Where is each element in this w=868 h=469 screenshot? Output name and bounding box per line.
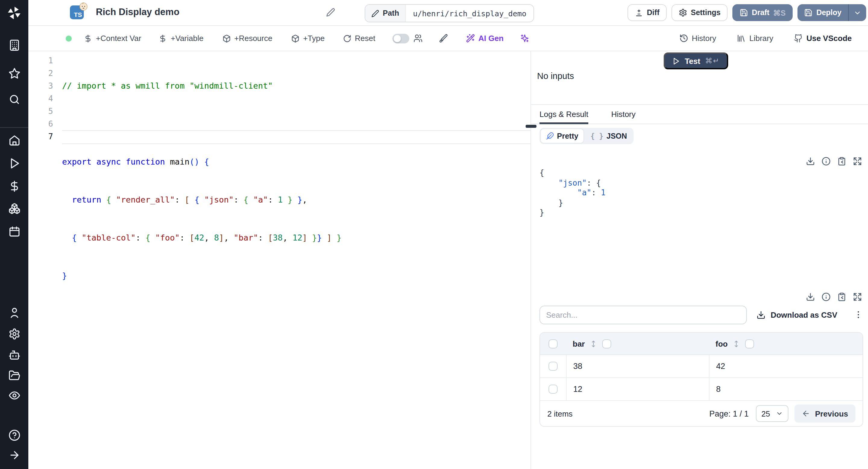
folders-icon[interactable] [8,370,20,382]
tab-logs-result[interactable]: Logs & Result [539,105,588,124]
code-line: } [62,270,530,282]
add-variable-button[interactable]: +Variable [159,34,204,43]
left-sidebar [0,0,28,469]
multiplayer-users-icon[interactable] [413,34,422,43]
dollar-icon [84,34,92,42]
edit-title-pencil-icon[interactable] [326,8,335,17]
audit-eye-icon[interactable] [8,389,20,402]
settings-gear-icon[interactable] [8,328,20,340]
baby-emoji [79,2,88,11]
search-icon[interactable] [8,93,20,105]
status-dot [66,35,72,41]
page-size-select[interactable]: 25 [756,405,788,422]
run-result-panel: Test ⌘↵ No inputs Logs & Result History … [530,51,868,469]
previous-label: Previous [815,409,848,418]
deploy-dropdown-button[interactable] [848,4,866,21]
table-toolbar: Download as CSV [539,305,863,324]
diff-button[interactable]: Diff [627,4,667,21]
expand-icon[interactable] [853,292,862,302]
select-all-checkbox[interactable] [549,339,558,348]
help-icon[interactable] [8,429,20,441]
path-button[interactable]: Path u/henri/rich_display_demo [365,4,534,22]
add-type-button[interactable]: +Type [291,34,325,43]
copy-clipboard-icon[interactable] [837,157,846,166]
settings-button[interactable]: Settings [672,4,728,21]
sidebar-divider [0,127,28,128]
download-icon[interactable] [806,157,815,166]
download-csv-label: Download as CSV [771,310,837,319]
current-line-highlight [62,130,530,144]
code-line-cursor [62,307,530,320]
page-indicator: Page: 1 / 1 [710,409,749,418]
panel-resize-handle[interactable] [526,125,536,128]
pretty-view-button[interactable]: Pretty [541,129,584,143]
context-var-label: +Context Var [96,34,141,43]
library-icon [737,34,746,43]
deploy-button[interactable]: Deploy [798,4,848,21]
expand-icon[interactable] [853,157,862,166]
runs-play-icon[interactable] [8,157,20,169]
library-label: Library [749,34,773,43]
previous-page-button[interactable]: Previous [795,405,855,423]
schedules-calendar-icon[interactable] [8,225,20,238]
row-checkbox[interactable] [549,385,558,394]
resource-label: +Resource [234,34,272,43]
code-line: return { "render_all": [ { "json": { "a"… [62,193,530,206]
building-icon[interactable] [8,39,20,51]
path-value: u/henri/rich_display_demo [406,5,533,22]
cell-foo: 8 [716,385,721,394]
info-icon[interactable] [822,292,831,302]
gear-icon [679,8,687,17]
add-resource-button[interactable]: +Resource [222,34,272,43]
sort-icon[interactable] [733,340,740,347]
sort-icon[interactable] [590,340,597,347]
deploy-button-group: Deploy [798,4,866,21]
variables-dollar-icon[interactable] [8,180,20,192]
users-icon[interactable] [8,307,20,319]
column-toggle-checkbox[interactable] [602,339,611,348]
draft-label: Draft [752,8,770,17]
result-json: { "json": { "a": 1 }} [539,168,606,218]
collapse-arrow-icon[interactable] [8,449,20,461]
download-csv-button[interactable]: Download as CSV [757,310,837,319]
top-header: TS Rich Display demo Path u/henri/rich_d… [28,0,868,26]
code-editor[interactable]: 1 2 3 4 5 6 7 // import * as wmill from … [28,51,530,469]
test-button[interactable]: Test ⌘↵ [664,53,728,69]
column-toggle-checkbox[interactable] [745,339,754,348]
kebab-menu-icon[interactable] [854,310,863,319]
test-label: Test [685,56,701,65]
info-icon[interactable] [822,157,831,166]
editor-toolbar: +Context Var +Variable +Resource +Type [28,26,868,51]
use-vscode-button[interactable]: Use VScode [794,34,852,43]
deploy-label: Deploy [816,8,841,17]
history-button[interactable]: History [679,34,716,43]
resources-boxes-icon[interactable] [8,202,20,215]
code-lines[interactable]: // import * as wmill from "windmill-clie… [62,51,530,469]
variable-label: +Variable [171,34,204,43]
row-checkbox[interactable] [549,362,558,371]
ai-gen-button[interactable]: AI Gen [466,34,504,43]
quill-pen-icon [546,132,554,140]
format-brush-icon[interactable] [438,34,447,43]
windmill-logo-icon[interactable] [7,5,22,21]
chevron-down-icon [776,410,783,417]
dollar-icon [159,34,167,42]
path-label-segment: Path [365,5,406,22]
tab-history[interactable]: History [611,105,636,124]
library-button[interactable]: Library [737,34,773,43]
home-icon[interactable] [8,134,20,147]
star-icon[interactable] [8,67,20,80]
draft-button[interactable]: Draft ⌘S [733,4,793,21]
download-icon[interactable] [806,292,815,302]
history-label: History [692,34,716,43]
add-context-var-button[interactable]: +Context Var [84,34,141,43]
history-clock-icon [679,34,688,43]
assistant-toggle[interactable] [392,33,409,43]
github-cat-icon [794,34,803,43]
reset-button[interactable]: Reset [343,34,375,43]
workers-robot-icon[interactable] [8,349,20,361]
sparkles-icon[interactable] [520,34,529,43]
json-view-button[interactable]: { } JSON [585,129,632,143]
search-input[interactable] [539,305,747,324]
copy-clipboard-icon[interactable] [837,292,846,302]
